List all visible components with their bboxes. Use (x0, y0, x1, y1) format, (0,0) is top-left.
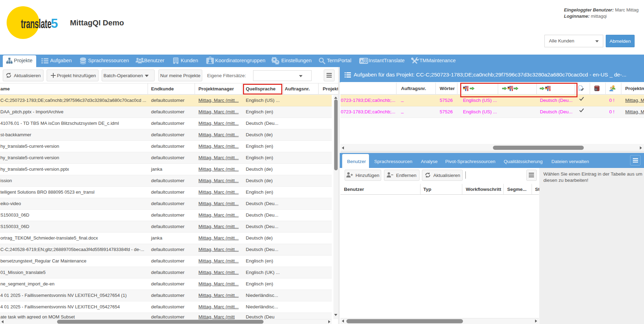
svg-text:A: A (360, 59, 363, 63)
svg-text:文: 文 (364, 59, 367, 63)
